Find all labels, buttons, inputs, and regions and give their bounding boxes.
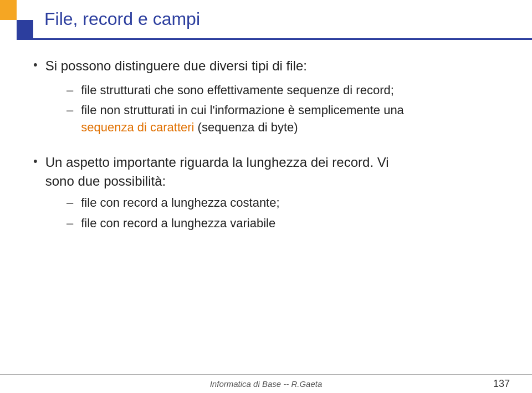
logo-squares bbox=[0, 0, 33, 40]
sub-bullet-1-1-text: file strutturati che sono effettivamente… bbox=[81, 82, 394, 99]
bullet-1: • Si possono distinguere due diversi tip… bbox=[33, 57, 499, 75]
footer: Informatica di Base -- R.Gaeta 137 bbox=[0, 374, 532, 393]
sub-bullet-2-1-text: file con record a lunghezza costante; bbox=[81, 195, 279, 212]
sub-bullets-2: – file con record a lunghezza costante; … bbox=[66, 195, 499, 236]
sq-blue-bottom bbox=[17, 20, 33, 40]
sub-bullet-2-1: – file con record a lunghezza costante; bbox=[66, 195, 499, 212]
sub-bullets-1: – file strutturati che sono effettivamen… bbox=[66, 82, 499, 140]
sub-bullet-1-2-text: file non strutturati in cui l'informazio… bbox=[81, 102, 404, 136]
sub-bullet-1-2-part3: (sequenza di byte) bbox=[194, 120, 298, 134]
sub-bullet-2-2-text: file con record a lunghezza variabile bbox=[81, 215, 275, 232]
sub-bullet-2-2: – file con record a lunghezza variabile bbox=[66, 215, 499, 232]
header-bar: File, record e campi bbox=[0, 0, 532, 40]
slide: File, record e campi • Si possono distin… bbox=[0, 0, 532, 393]
sub-dash-1: – bbox=[66, 82, 73, 99]
sq-empty-bottom bbox=[0, 20, 17, 40]
bullet-dot-1: • bbox=[33, 58, 38, 72]
sub-bullet-1-2: – file non strutturati in cui l'informaz… bbox=[66, 102, 499, 136]
sub-bullet-1-2-part2: sequenza di caratteri bbox=[81, 120, 194, 134]
content-area: • Si possono distinguere due diversi tip… bbox=[0, 40, 532, 374]
sub-dash-3: – bbox=[66, 195, 73, 212]
bullet-2-text: Un aspetto importante riguarda la lunghe… bbox=[45, 153, 389, 190]
page-number: 137 bbox=[493, 378, 510, 390]
sub-dash-4: – bbox=[66, 215, 73, 232]
bullet-2: • Un aspetto importante riguarda la lung… bbox=[33, 153, 499, 190]
bullet-dot-2: • bbox=[33, 154, 38, 169]
sub-bullet-1-2-part1: file non strutturati in cui l'informazio… bbox=[81, 103, 404, 117]
sub-dash-2: – bbox=[66, 102, 73, 119]
bullet-1-text: Si possono distinguere due diversi tipi … bbox=[45, 57, 307, 75]
sq-empty-top bbox=[17, 0, 33, 20]
slide-title: File, record e campi bbox=[44, 9, 200, 29]
sq-orange-top bbox=[0, 0, 17, 20]
footer-text: Informatica di Base -- R.Gaeta bbox=[210, 379, 323, 389]
sub-bullet-1-1: – file strutturati che sono effettivamen… bbox=[66, 82, 499, 99]
header: File, record e campi bbox=[0, 0, 532, 40]
